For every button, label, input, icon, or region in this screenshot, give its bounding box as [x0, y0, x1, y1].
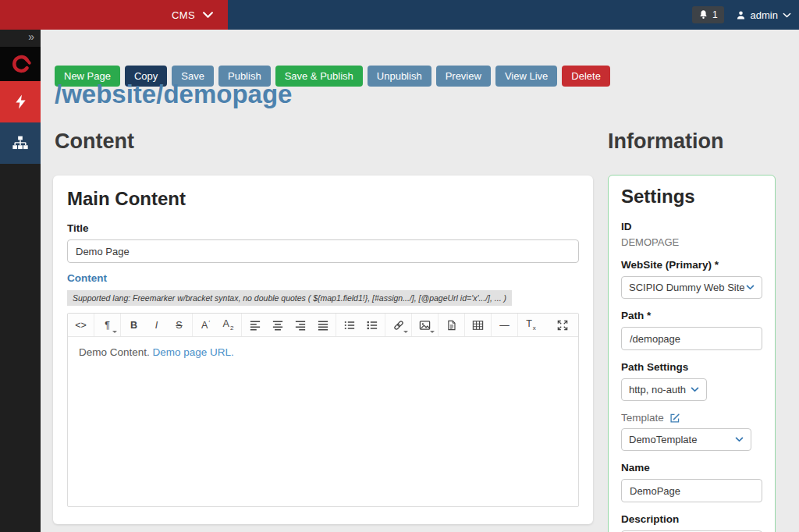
information-section-heading: Information: [608, 129, 724, 154]
view-live-button[interactable]: View Live: [495, 66, 557, 87]
path-settings-label: Path Settings: [621, 361, 762, 373]
subscript-button[interactable]: A2: [217, 314, 240, 336]
id-value: DEMOPAGE: [621, 236, 762, 248]
align-center-icon: [272, 320, 283, 331]
website-selected-value: SCIPIO Dummy Web Site: [629, 282, 745, 293]
delete-button[interactable]: Delete: [562, 66, 610, 87]
editor-content[interactable]: Demo Content. Demo page URL.: [68, 337, 578, 506]
title-label: Title: [67, 222, 579, 234]
sitemap-icon: [12, 135, 29, 151]
fullscreen-icon: [557, 320, 568, 331]
template-select[interactable]: DemoTemplate: [621, 428, 751, 451]
sidebar-item-logo[interactable]: [0, 47, 41, 81]
unpublish-button[interactable]: Unpublish: [368, 66, 431, 87]
sidebar-item-sitemap[interactable]: [0, 122, 41, 164]
app-menu-dropdown[interactable]: CMS: [0, 0, 228, 30]
align-left-button[interactable]: [243, 314, 266, 336]
strikethrough-button[interactable]: S: [168, 314, 190, 336]
sidebar-item-quick-actions[interactable]: [0, 81, 41, 122]
chevron-down-icon: [735, 437, 744, 442]
justify-button[interactable]: [311, 314, 334, 336]
app-menu-label: CMS: [172, 9, 195, 21]
toolbar-spacer: [544, 314, 549, 336]
website-select[interactable]: SCIPIO Dummy Web Site: [621, 276, 762, 299]
icon-sidebar: »: [0, 30, 41, 532]
group-script: A′ A2: [193, 314, 242, 336]
document-icon: [446, 320, 456, 331]
fullscreen-button[interactable]: [551, 314, 574, 336]
lightning-bolt-icon: [13, 94, 28, 110]
code-view-button[interactable]: <>: [69, 314, 92, 336]
bell-icon: [698, 9, 708, 20]
subscript-icon: A2: [223, 318, 234, 332]
align-center-button[interactable]: [266, 314, 289, 336]
unordered-list-button[interactable]: [338, 314, 360, 336]
code-icon: <>: [75, 320, 87, 331]
syntax-note: Supported lang: Freemarker w/bracket syn…: [67, 290, 512, 306]
page-title: /website/demopage: [55, 80, 292, 109]
picture-icon: [419, 320, 431, 331]
chevron-down-icon: [746, 285, 755, 290]
name-input[interactable]: [621, 479, 762, 502]
group-picture: [412, 314, 439, 336]
bold-button[interactable]: B: [123, 314, 145, 336]
insert-document-button[interactable]: [440, 314, 463, 336]
path-input[interactable]: [621, 327, 762, 350]
ordered-list-button[interactable]: [360, 314, 383, 336]
group-code: <>: [68, 314, 94, 336]
sidebar-expand-button[interactable]: »: [0, 30, 41, 47]
group-align: [242, 314, 336, 336]
group-table: [465, 314, 492, 336]
ordered-list-icon: [367, 320, 378, 331]
chevron-down-icon: [691, 387, 699, 392]
settings-card: Settings ID DEMOPAGE WebSite (Primary) *…: [608, 175, 776, 532]
paragraph-style-button[interactable]: ¶: [96, 314, 119, 336]
website-label: WebSite (Primary) *: [621, 259, 762, 271]
username: admin: [751, 9, 778, 21]
align-right-icon: [295, 320, 306, 331]
chevron-down-icon: [783, 12, 791, 18]
title-input[interactable]: [67, 239, 579, 263]
path-settings-selected-value: http, no-auth: [629, 384, 686, 395]
main-area: New Page Copy Save Publish Save & Publis…: [41, 30, 799, 532]
superscript-button[interactable]: A′: [194, 314, 217, 336]
group-font: B I S: [121, 314, 193, 336]
italic-button[interactable]: I: [145, 314, 168, 336]
edit-template-icon[interactable]: [669, 413, 680, 424]
group-document: [439, 314, 465, 336]
insert-picture-button[interactable]: [414, 314, 436, 336]
demo-page-url-link[interactable]: Demo page URL.: [153, 346, 234, 358]
bold-icon: B: [130, 320, 137, 331]
clear-format-button[interactable]: Tx: [520, 314, 542, 336]
rich-text-editor: <> ¶ B I S A′ A2: [67, 313, 579, 507]
table-icon: [472, 320, 484, 331]
template-selected-value: DemoTemplate: [629, 434, 697, 445]
insert-table-button[interactable]: [467, 314, 489, 336]
user-icon: [736, 10, 746, 20]
path-settings-select[interactable]: http, no-auth: [621, 378, 707, 401]
group-link: [385, 314, 412, 336]
scipio-logo-icon: [9, 52, 32, 76]
unordered-list-icon: [344, 320, 355, 331]
description-label: Description: [621, 513, 762, 525]
group-fullscreen: [549, 314, 575, 336]
user-menu[interactable]: admin: [736, 9, 791, 21]
align-left-icon: [250, 320, 261, 331]
link-icon: [393, 320, 404, 331]
editor-toolbar: <> ¶ B I S A′ A2: [68, 314, 578, 337]
group-style: ¶: [94, 314, 121, 336]
horizontal-rule-button[interactable]: —: [493, 314, 516, 336]
top-navigation-bar: CMS 1 admin: [0, 0, 799, 30]
horizontal-rule-icon: —: [499, 320, 510, 331]
content-section-heading: Content: [55, 129, 134, 154]
chevron-down-icon: [202, 12, 214, 19]
insert-link-button[interactable]: [387, 314, 410, 336]
settings-heading: Settings: [621, 186, 762, 207]
preview-button[interactable]: Preview: [436, 66, 491, 87]
group-hr: —: [492, 314, 518, 336]
align-right-button[interactable]: [289, 314, 311, 336]
paragraph-icon: ¶: [105, 320, 110, 331]
group-clear: Tx: [518, 314, 544, 336]
path-label: Path *: [621, 310, 762, 321]
notifications-button[interactable]: 1: [692, 6, 724, 23]
